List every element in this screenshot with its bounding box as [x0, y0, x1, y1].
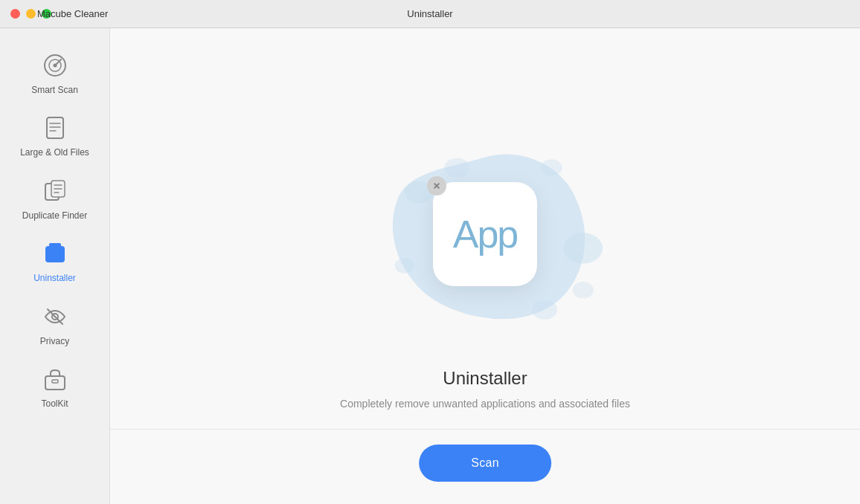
app-icon-text: App [453, 212, 518, 256]
svg-rect-15 [51, 251, 54, 254]
svg-point-22 [563, 233, 603, 263]
svg-point-24 [444, 158, 469, 177]
sidebar-item-duplicate-finder[interactable]: Duplicate Finder [3, 169, 107, 228]
document-icon [40, 113, 70, 143]
sidebar-item-label: Duplicate Finder [22, 210, 87, 221]
feature-desc: Completely remove unwanted applications … [340, 398, 630, 410]
radar-icon [40, 51, 70, 80]
svg-point-26 [395, 258, 414, 274]
titlebar: Macube Cleaner Uninstaller [0, 0, 860, 28]
app-icon-card: App [433, 182, 537, 286]
svg-rect-14 [49, 243, 61, 249]
sidebar-item-label: Uninstaller [33, 273, 76, 283]
svg-rect-17 [51, 256, 59, 259]
svg-rect-21 [52, 380, 58, 383]
toolkit-icon [40, 364, 70, 394]
sidebar-item-toolkit[interactable]: ToolKit [3, 357, 107, 416]
svg-point-25 [541, 159, 562, 176]
svg-point-27 [532, 300, 557, 319]
minimize-button[interactable] [26, 9, 36, 19]
close-badge [427, 176, 446, 196]
sidebar-item-label: Privacy [40, 336, 69, 346]
sidebar-item-label: ToolKit [41, 398, 68, 409]
scan-button[interactable]: Scan [419, 445, 551, 482]
uninstaller-icon [40, 239, 70, 268]
content-area: App Uninstaller Completely remove unwant… [110, 28, 860, 504]
sidebar-item-smart-scan[interactable]: Smart Scan [3, 43, 107, 103]
window-title: Uninstaller [407, 8, 452, 19]
sidebar-item-privacy[interactable]: Privacy [3, 294, 107, 354]
sidebar-item-label: Smart Scan [31, 85, 78, 95]
feature-title: Uninstaller [443, 368, 527, 389]
duplicate-icon [40, 176, 70, 206]
svg-rect-16 [56, 251, 59, 254]
close-button[interactable] [10, 9, 20, 19]
sidebar-item-large-old-files[interactable]: Large & Old Files [3, 106, 107, 165]
scan-button-container: Scan [419, 445, 551, 482]
eye-off-icon [40, 302, 70, 332]
content-separator [110, 429, 860, 430]
svg-rect-4 [47, 117, 63, 138]
app-name: Macube Cleaner [37, 8, 108, 19]
sidebar-item-uninstaller[interactable]: Uninstaller [3, 231, 107, 291]
hero-illustration: App [359, 123, 612, 346]
main-layout: Smart Scan Large & Old Files [0, 28, 860, 504]
sidebar: Smart Scan Large & Old Files [0, 28, 110, 504]
sidebar-item-label: Large & Old Files [20, 147, 89, 158]
svg-point-28 [573, 282, 594, 299]
